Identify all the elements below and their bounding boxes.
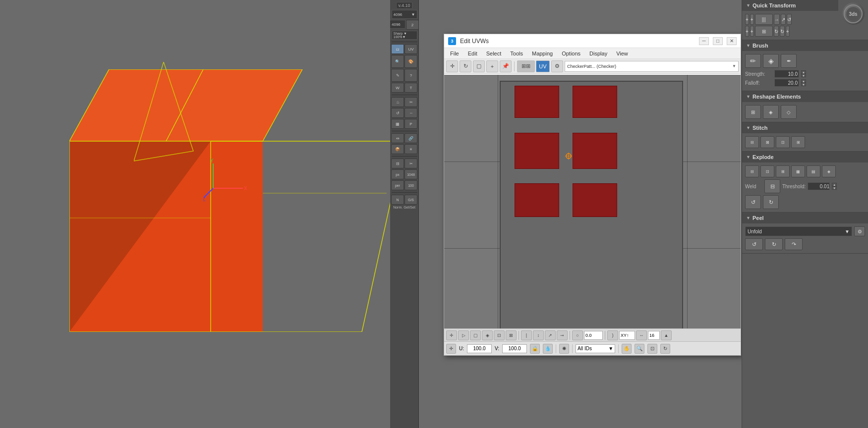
menu-file[interactable]: File: [446, 50, 463, 57]
3d-btn[interactable]: ◈: [482, 330, 493, 340]
crop-btn[interactable]: ✂: [405, 159, 417, 168]
uv-btn[interactable]: UV: [405, 44, 417, 54]
qt-btn-1[interactable]: +: [745, 14, 749, 25]
mirror-btn[interactable]: ⇔: [391, 133, 404, 143]
scale-xy-btn[interactable]: ⊸: [557, 330, 568, 340]
res-input[interactable]: 1048: [405, 169, 417, 179]
uv-patch-1[interactable]: [515, 86, 559, 118]
shad-btn[interactable]: 🎨: [405, 55, 417, 68]
zoom-btn[interactable]: 🔍: [635, 344, 644, 354]
getset-btn[interactable]: G/S: [405, 195, 417, 205]
menu-options[interactable]: Options: [558, 50, 584, 57]
loop-btn[interactable]: ⊠: [506, 330, 517, 340]
stitch-btn-3[interactable]: ⊡: [776, 136, 790, 148]
relax-btn[interactable]: ↺: [391, 108, 404, 118]
reshape-header[interactable]: ▼ Reshape Elements: [742, 91, 868, 102]
qt-btn-bars[interactable]: |||: [755, 14, 773, 25]
qt-btn-plus-2[interactable]: +: [786, 26, 790, 37]
uv-patch-5[interactable]: [515, 183, 559, 217]
hand-tool-btn[interactable]: ✋: [622, 344, 632, 354]
grid-btn[interactable]: ⊞⊞: [517, 60, 535, 72]
v-value[interactable]: 100.0: [502, 344, 527, 353]
zoom-ext-btn[interactable]: ⊡: [647, 344, 657, 354]
strength-input[interactable]: [774, 70, 799, 78]
rect-btn[interactable]: ▦: [391, 119, 404, 129]
region-btn[interactable]: ⊡: [494, 330, 505, 340]
spinner-up-btn[interactable]: ▲: [661, 330, 672, 340]
move-status-btn[interactable]: ✛: [446, 344, 456, 354]
explode-btn-1[interactable]: ⊟: [745, 165, 759, 177]
brush-tool-1[interactable]: ✏: [745, 54, 761, 68]
stitch-header[interactable]: ▼ Stitch: [742, 122, 868, 133]
uv-patch-6[interactable]: [573, 183, 617, 217]
reshape-btn-3[interactable]: ◇: [781, 105, 797, 119]
strength-up[interactable]: ▲: [801, 70, 806, 74]
extra-btn[interactable]: ↔: [636, 330, 647, 340]
pin-tool[interactable]: 📌: [500, 60, 512, 72]
angle-input[interactable]: 0.0: [584, 331, 603, 340]
ids-dropdown[interactable]: All IDs ▼: [576, 344, 615, 353]
iron-btn[interactable]: ♨: [391, 97, 404, 107]
checker-settings[interactable]: ⚙: [551, 60, 563, 72]
edit-btn[interactable]: ✎: [391, 69, 404, 82]
align-btn[interactable]: ⊟: [391, 159, 404, 168]
patt-btn[interactable]: P: [405, 119, 417, 129]
qt-btn-arrow-r[interactable]: →: [774, 14, 780, 25]
scale-y-btn[interactable]: ↗: [545, 330, 556, 340]
rect-select-btn[interactable]: ▢: [470, 330, 481, 340]
peel-settings-btn[interactable]: ⚙: [854, 226, 865, 236]
px-btn[interactable]: px: [391, 169, 404, 179]
qt-btn-arrow-ur[interactable]: ↗: [781, 14, 786, 25]
brush-header[interactable]: ▼ Brush: [742, 40, 868, 51]
menu-display[interactable]: Display: [585, 50, 611, 57]
scale-x-btn[interactable]: ↕: [533, 330, 544, 340]
sort-btn[interactable]: ≡: [405, 144, 417, 154]
per-btn[interactable]: per: [391, 180, 404, 190]
viewport-3d[interactable]: X Y Z: [0, 0, 389, 428]
linear-btn[interactable]: ╌: [405, 108, 417, 118]
select-bottom-btn[interactable]: ▷: [458, 330, 469, 340]
peel-action-3[interactable]: ↷: [785, 238, 803, 250]
menu-tools[interactable]: Tools: [506, 50, 527, 57]
norm-btn[interactable]: N: [391, 195, 404, 205]
u-value[interactable]: 100.0: [467, 344, 492, 353]
rotate-tool[interactable]: ↻: [460, 60, 471, 72]
resolution-dropdown-2[interactable]: 4096: [390, 20, 405, 29]
falloff-input[interactable]: [774, 79, 799, 87]
explode-btn-3[interactable]: ⊞: [776, 165, 790, 177]
split-btn[interactable]: ✂: [405, 97, 417, 107]
uv-btn[interactable]: UV: [536, 60, 550, 72]
pack-btn[interactable]: 📦: [391, 144, 404, 154]
display-dropdown[interactable]: Sharp ▼ 100%▼: [392, 31, 417, 40]
add-tool[interactable]: +: [486, 60, 498, 72]
check-btn[interactable]: 🔍: [391, 55, 404, 68]
qt-btn-2[interactable]: +: [750, 14, 754, 25]
lock-btn[interactable]: 🔒: [530, 344, 540, 354]
menu-view[interactable]: View: [612, 50, 632, 57]
snap-status-btn[interactable]: ✺: [559, 344, 569, 354]
num-input[interactable]: 100: [405, 180, 417, 190]
stitch-btn-4[interactable]: ⊞: [791, 136, 805, 148]
brush-pen[interactable]: ✒: [781, 54, 797, 68]
maximize-button[interactable]: □: [713, 37, 723, 45]
txmap-btn[interactable]: T: [405, 83, 417, 93]
explode-action-1[interactable]: ↺: [745, 195, 761, 209]
stitch-btn-2[interactable]: ⊠: [760, 136, 774, 148]
pin-bottom-btn[interactable]: |: [521, 330, 532, 340]
peel-action-2[interactable]: ↻: [765, 238, 783, 250]
falloff-up[interactable]: ▲: [801, 79, 806, 83]
explode-action-2[interactable]: ↻: [763, 195, 779, 209]
qt-btn-r2[interactable]: ↻: [774, 26, 779, 37]
reshape-btn-2[interactable]: ◈: [763, 105, 779, 119]
explode-btn-4[interactable]: ▦: [791, 165, 805, 177]
peel-header[interactable]: ▼ Peel: [742, 213, 868, 223]
menu-edit[interactable]: Edit: [464, 50, 481, 57]
qt-btn-3[interactable]: +: [745, 26, 749, 37]
qt-btn-grid[interactable]: ⊞: [755, 26, 773, 37]
wire-btn[interactable]: W: [391, 83, 404, 93]
explode-btn-2[interactable]: ⊡: [760, 165, 774, 177]
threshold-down[interactable]: ▼: [832, 186, 837, 190]
qt-btn-rotate[interactable]: ↺: [787, 14, 792, 25]
brush-tool-2[interactable]: ◈: [763, 54, 779, 68]
uvw-canvas[interactable]: [444, 75, 741, 337]
